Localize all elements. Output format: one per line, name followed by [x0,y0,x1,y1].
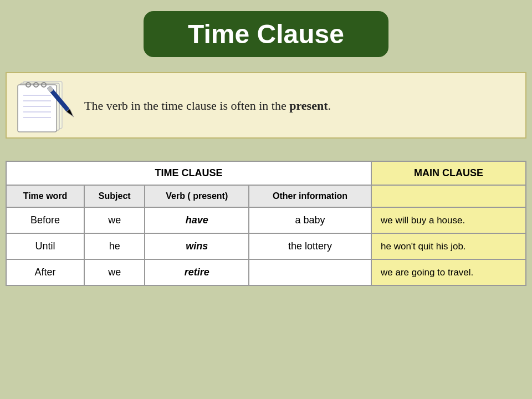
main-table: TIME CLAUSE MAIN CLAUSE Time word Subjec… [6,161,526,286]
info-text: The verb in the time clause is often in … [84,96,331,115]
table-header-row-1: TIME CLAUSE MAIN CLAUSE [6,161,526,185]
time-clause-header: TIME CLAUSE [6,161,371,185]
col-header-time-word: Time word [6,185,84,207]
title-banner: Time Clause [144,11,388,57]
col-header-subject: Subject [84,185,145,207]
main-clause-cell: we are going to travel. [371,259,526,285]
other-cell: the lottery [249,233,371,259]
main-clause-cell: we will buy a house. [371,207,526,233]
page-title: Time Clause [188,19,344,49]
time-word-cell: After [6,259,84,285]
main-clause-cell: he won't quit his job. [371,233,526,259]
time-word-cell: Before [6,207,84,233]
subject-cell: we [84,207,145,233]
verb-cell: retire [145,259,249,285]
table-row: Beforewehavea babywe will buy a house. [6,207,526,233]
info-box: The verb in the time clause is often in … [6,72,526,139]
table-header-row-2: Time word Subject Verb ( present) Other … [6,185,526,207]
other-cell [249,259,371,285]
verb-cell: wins [145,233,249,259]
subject-cell: we [84,259,145,285]
col-header-verb: Verb ( present) [145,185,249,207]
info-text-bold: present [289,99,328,112]
subject-cell: he [84,233,145,259]
table-row: Untilhewinsthe lotteryhe won't quit his … [6,233,526,259]
other-cell: a baby [249,207,371,233]
table-row: Afterweretirewe are going to travel. [6,259,526,285]
info-text-end: . [328,99,331,112]
time-word-cell: Until [6,233,84,259]
verb-cell: have [145,207,249,233]
table-container: TIME CLAUSE MAIN CLAUSE Time word Subjec… [6,161,526,393]
main-clause-header: MAIN CLAUSE [371,161,526,185]
col-header-other: Other information [249,185,371,207]
info-text-part1: The verb in the time clause is often in … [84,99,289,112]
notebook-icon [15,79,76,134]
col-header-main [371,185,526,207]
